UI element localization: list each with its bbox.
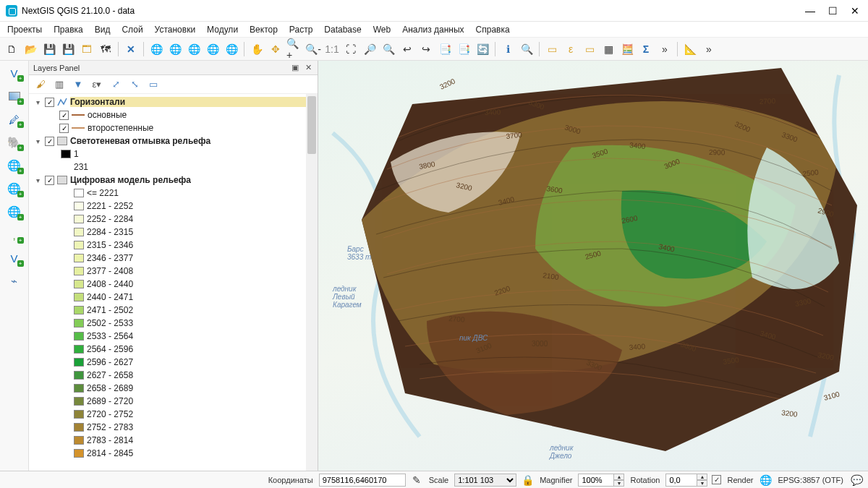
rotation-input[interactable] [665,474,697,487]
zoom-native-button[interactable]: 1:1 [323,40,341,58]
zoom-last-button[interactable]: ↩ [399,40,416,58]
layer-checkbox[interactable] [45,176,54,185]
menu-edit[interactable]: Правка [49,23,88,36]
zoom-layer-button[interactable]: 🔍 [380,40,397,58]
add-virtual-button[interactable]: V+ [4,249,25,267]
sublayer-checkbox[interactable] [59,124,69,133]
layer-checkbox[interactable] [45,137,54,146]
style-button[interactable]: 🖌 [33,77,48,92]
new-project-button[interactable]: 🗋 [3,40,20,58]
identify-button[interactable]: ℹ [499,40,516,58]
add-delimited-button[interactable]: ,+ [4,226,25,244]
lock-scale-button[interactable]: 🔒 [521,474,534,487]
db-button-1[interactable]: 🌐 [148,40,165,58]
statistics-button[interactable]: Σ [637,40,655,58]
magnifier-down[interactable]: ▼ [614,480,624,487]
zoom-selection-button[interactable]: 🔎 [361,40,378,58]
class-row[interactable]: 2658 - 2689 [32,382,318,395]
bookmarks-button[interactable]: 📑 [455,40,472,58]
db-button-2[interactable]: 🌐 [166,40,184,58]
messages-button[interactable]: 💬 [849,474,864,487]
class-row[interactable]: 2564 - 2596 [32,343,318,356]
panel-undock-button[interactable]: ▣ [290,63,300,73]
menu-web[interactable]: Web [369,23,395,36]
expand-icon[interactable]: ▾ [33,98,42,106]
select-button[interactable]: ▭ [543,40,561,58]
class-row[interactable]: 2502 - 2533 [32,317,318,330]
save-as-button[interactable]: 💾 [59,40,77,58]
field-calc-button[interactable]: 🧮 [618,40,636,58]
db-button-5[interactable]: 🌐 [223,40,240,58]
menu-vector[interactable]: Вектор [245,23,282,36]
layer-name-0[interactable]: Горизонтали [70,97,318,107]
add-wfs-button[interactable]: 🌐+ [4,202,25,221]
magnifier-up[interactable]: ▲ [614,474,624,480]
open-project-button[interactable]: 📂 [22,40,39,58]
menu-view[interactable]: Вид [90,23,115,36]
toolbar-overflow-2[interactable]: » [700,40,718,58]
class-row[interactable]: 2783 - 2814 [32,434,318,447]
class-row[interactable]: 2720 - 2752 [32,408,318,421]
crs-label[interactable]: EPSG:3857 (OTF) [777,476,845,484]
menu-analysis[interactable]: Анализ данных [398,23,468,36]
remove-layer-button[interactable]: ▭ [146,77,161,92]
toolbar-overflow-1[interactable]: » [656,40,673,58]
expression-filter-button[interactable]: ε▾ [90,77,104,92]
panel-close-button[interactable]: ✕ [303,63,313,73]
class-row[interactable]: 2533 - 2564 [32,330,318,343]
class-row[interactable]: 2252 - 2284 [32,213,318,226]
collapse-button[interactable]: ⤡ [127,77,142,92]
expand-button[interactable]: ⤢ [109,77,123,92]
layer-name-1[interactable]: Светотеневая отмывка рельефа [70,136,210,146]
refresh-button[interactable]: 🔄 [474,40,491,58]
scale-select[interactable]: 1:101 103 [454,474,516,487]
rotation-up[interactable]: ▲ [697,474,707,480]
add-circuit-button[interactable]: ⌁ [4,272,25,291]
class-row[interactable]: 2315 - 2346 [32,239,318,252]
class-row[interactable]: 2346 - 2377 [32,252,318,265]
add-raster-button[interactable]: + [4,87,25,106]
attribute-table-button[interactable]: ▦ [600,40,617,58]
class-row[interactable]: 2471 - 2502 [32,304,318,317]
zoom-next-button[interactable]: ↪ [417,40,435,58]
menu-projects[interactable]: Проекты [3,23,46,36]
close-button[interactable]: ✕ [851,5,859,17]
menu-help[interactable]: Справка [472,23,514,36]
menu-database[interactable]: Database [320,23,365,36]
maximize-button[interactable]: ☐ [828,5,838,17]
menu-plugins[interactable]: Модули [203,23,242,36]
rotation-down[interactable]: ▼ [697,480,707,487]
class-row[interactable]: 2408 - 2440 [32,278,318,291]
sublayer-name[interactable]: второстепенные [88,123,153,133]
magnifier-input[interactable] [578,474,614,487]
add-wcs-button[interactable]: 🌐+ [4,179,25,198]
new-bookmark-button[interactable]: 📑 [436,40,454,58]
menu-raster[interactable]: Растр [285,23,317,36]
sublayer-checkbox[interactable] [59,111,69,120]
layout-manager-button[interactable]: 🗺 [97,40,114,58]
layer-tree[interactable]: ▾ Горизонтали основные второстепенные ▾ [29,94,318,471]
zoom-full-button[interactable]: ⛶ [342,40,359,58]
class-row[interactable]: 2284 - 2315 [32,226,318,239]
toggle-extents-button[interactable]: ✎ [410,474,423,487]
add-wms-button[interactable]: 🌐+ [4,156,25,175]
tree-scrollbar-track[interactable] [306,94,318,471]
class-row[interactable]: 2627 - 2658 [32,369,318,382]
add-postgis-button[interactable]: 🐘+ [4,133,25,152]
minimize-button[interactable]: — [805,5,815,17]
db-button-4[interactable]: 🌐 [204,40,221,58]
filter-legend-button[interactable]: ▼ [71,77,85,92]
expand-icon[interactable]: ▾ [33,137,42,145]
class-row[interactable]: 2377 - 2408 [32,265,318,278]
map-canvas[interactable]: 3200340033003700300038003200340036003500… [318,61,868,471]
add-vector-button[interactable]: V+ [4,64,25,82]
expression-button[interactable]: ε [562,40,579,58]
class-row[interactable]: 2221 - 2252 [32,200,318,213]
identify-2-button[interactable]: 🔍 [518,40,535,58]
zoom-in-button[interactable]: 🔍+ [286,40,303,58]
class-row[interactable]: <= 2221 [32,187,318,200]
class-row[interactable]: 2752 - 2783 [32,421,318,434]
coords-input[interactable] [319,474,406,487]
menu-layer[interactable]: Слой [117,23,147,36]
pan-button[interactable]: ✋ [248,40,265,58]
